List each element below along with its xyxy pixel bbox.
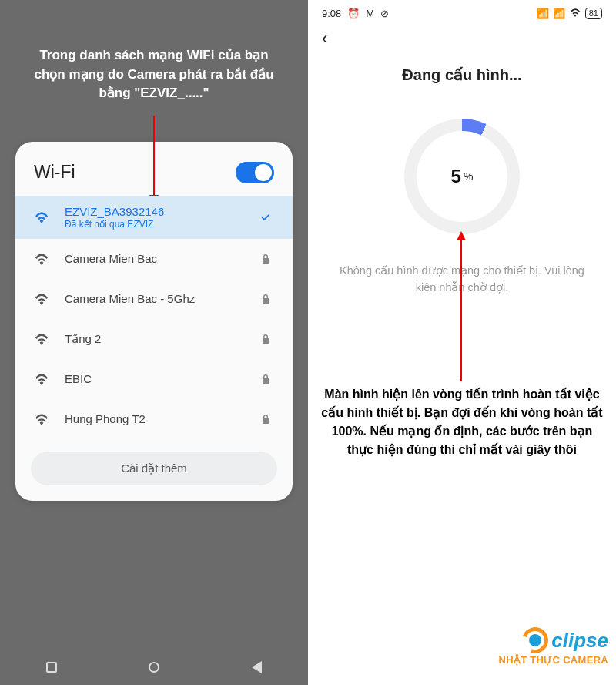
wifi-signal-icon <box>29 333 54 345</box>
wifi-toggle[interactable] <box>236 162 274 183</box>
brand-logo: clipse NHẬT THỰC CAMERA <box>498 627 608 665</box>
signal-icon: 📶 <box>553 8 565 19</box>
wifi-signal-icon <box>29 413 54 425</box>
wifi-name: Hung Phong T2 <box>65 412 256 425</box>
lock-icon <box>256 334 276 344</box>
wifi-subtext: Đã kết nối qua EZVIZ <box>65 219 256 230</box>
progress-unit: % <box>464 170 473 183</box>
wifi-item[interactable]: EBIC <box>15 359 293 399</box>
wifi-list: EZVIZ_BA3932146 Đã kết nối qua EZVIZ Cam… <box>15 196 293 439</box>
nav-recents-icon[interactable] <box>46 662 57 673</box>
wifi-signal-icon <box>29 253 54 265</box>
logo-subtext: NHẬT THỰC CAMERA <box>498 655 608 665</box>
wifi-signal-icon <box>29 211 54 223</box>
config-title: Đang cấu hình... <box>308 65 616 84</box>
alarm-icon: ⏰ <box>347 8 360 19</box>
wifi-item[interactable]: Camera Mien Bac - 5Ghz <box>15 279 293 319</box>
status-bar: 9:08 ⏰ M ⊘ 📶 📶 81 <box>308 0 616 22</box>
mail-icon: M <box>366 8 374 19</box>
android-nav-bar <box>0 650 308 685</box>
wifi-title: Wi-Fi <box>34 162 75 183</box>
wifi-name: EZVIZ_BA3932146 <box>65 205 256 218</box>
lock-icon <box>256 414 276 425</box>
wifi-item[interactable]: Tầng 2 <box>15 319 293 359</box>
wifi-item[interactable]: Camera Mien Bac <box>15 239 293 279</box>
wifi-item[interactable]: Hung Phong T2 <box>15 399 293 439</box>
wifi-item-ezviz[interactable]: EZVIZ_BA3932146 Đã kết nối qua EZVIZ <box>15 196 293 239</box>
more-settings-button[interactable]: Cài đặt thêm <box>31 452 277 485</box>
lock-icon <box>256 374 276 384</box>
logo-brand-text: clipse <box>551 630 608 650</box>
wifi-signal-icon <box>29 293 54 305</box>
wifi-name: EBIC <box>65 372 256 385</box>
status-time: 9:08 <box>322 8 341 19</box>
instruction-left: Trong danh sách mạng WiFi của bạn chọn m… <box>0 0 308 111</box>
nav-home-icon[interactable] <box>149 662 159 673</box>
wifi-name: Camera Mien Bac <box>65 252 256 265</box>
back-button[interactable]: ‹ <box>322 29 327 48</box>
nav-back-icon[interactable] <box>252 661 262 673</box>
wifi-status-icon <box>569 8 581 19</box>
wifi-name: Camera Mien Bac - 5Ghz <box>65 292 256 305</box>
instruction-right: Màn hình hiện lên vòng tiến trình hoàn t… <box>320 385 604 459</box>
lock-icon <box>256 294 276 304</box>
check-badge-icon: ⊘ <box>380 8 389 19</box>
progress-ring: 5 % <box>400 115 524 238</box>
battery-icon: 81 <box>585 8 602 19</box>
wifi-signal-icon <box>29 373 54 385</box>
lock-icon <box>256 254 276 264</box>
progress-value: 5 <box>451 166 461 187</box>
arrow-up-annotation <box>459 231 464 381</box>
wifi-card: Wi-Fi EZVIZ_BA3932146 Đã kết nối qua EZV… <box>15 142 293 501</box>
logo-mark-icon <box>518 623 553 657</box>
wifi-name: Tầng 2 <box>65 332 256 346</box>
signal-icon: 📶 <box>537 8 549 19</box>
check-icon <box>256 212 276 223</box>
left-panel: Trong danh sách mạng WiFi của bạn chọn m… <box>0 0 308 685</box>
arrow-down-annotation <box>152 116 156 204</box>
